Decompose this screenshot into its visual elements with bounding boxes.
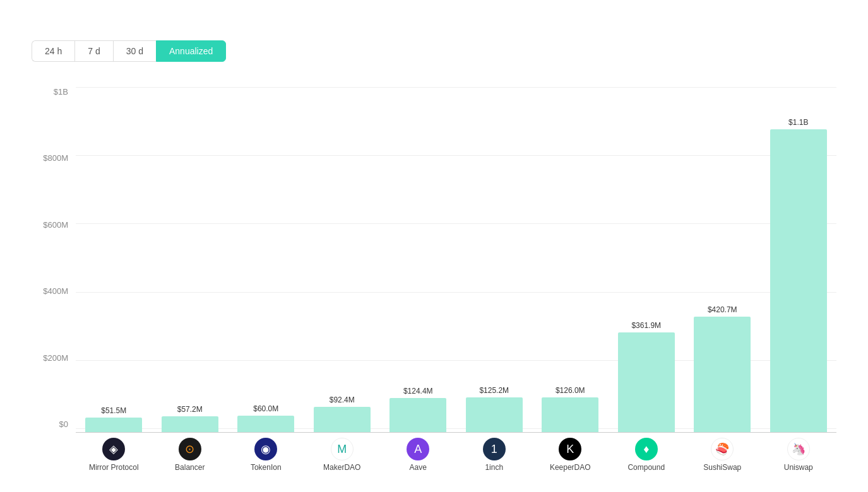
x-label-7: ♦Compound [609,433,685,473]
x-label-9: 🦄Uniswap [761,433,837,473]
icon-mirror: ◈ [102,438,125,460]
icon-uniswap: 🦄 [787,438,810,460]
bar-value-7: $361.9M [631,321,661,330]
bar-value-8: $420.7M [708,305,737,314]
bar-rect-9 [770,129,827,432]
bar-value-2: $60.0M [253,404,278,413]
tab-bar: 24 h7 d30 dAnnualized [32,40,836,62]
icon-makerdao: M [331,438,354,460]
bar-group-9[interactable]: $1.1B [761,87,837,432]
x-label-text-0: Mirror Protocol [89,463,139,473]
bar-group-7[interactable]: $361.9M [609,87,685,432]
x-label-text-4: Aave [410,463,427,473]
x-label-6: KKeeperDAO [532,433,609,473]
x-label-text-7: Compound [627,463,665,473]
x-label-5: 11inch [456,433,533,473]
x-label-text-9: Uniswap [784,463,813,473]
bar-value-9: $1.1B [788,118,808,127]
y-label-4: $200M [43,353,68,363]
chart-body: $51.5M$57.2M$60.0M$92.4M$124.4M$125.2M$1… [76,81,836,479]
x-label-3: MMakerDAO [304,433,381,473]
bar-group-5[interactable]: $125.2M [456,87,533,432]
y-label-3: $400M [43,286,68,296]
y-label-0: $1B [54,87,68,97]
tab-24-h[interactable]: 24 h [32,40,74,62]
x-label-text-2: TokenIon [251,463,282,473]
bar-value-3: $92.4M [330,395,355,404]
bar-rect-2 [237,416,294,432]
bar-value-0: $51.5M [101,406,126,415]
x-label-text-3: MakerDAO [323,463,360,473]
bar-rect-4 [389,398,446,432]
y-label-5: $0 [59,419,68,429]
bar-group-0[interactable]: $51.5M [76,87,152,432]
icon-sushiswap: 🍣 [711,438,734,460]
bar-rect-6 [542,397,598,432]
x-label-text-1: Balancer [175,463,205,473]
bar-group-2[interactable]: $60.0M [228,87,304,432]
bar-value-1: $57.2M [177,405,203,414]
y-label-2: $600M [43,220,68,230]
x-axis: ◈Mirror Protocol⊙Balancer◉TokenIonMMaker… [76,433,836,479]
y-axis: $1B$800M$600M$400M$200M$0 [32,81,76,479]
chart-area: $1B$800M$600M$400M$200M$0 $51.5M$57.2M$6… [32,81,836,479]
x-label-2: ◉TokenIon [228,433,304,473]
bar-rect-1 [162,416,218,432]
x-label-text-6: KeeperDAO [550,463,591,473]
bar-value-6: $126.0M [556,386,585,395]
page-container: 24 h7 d30 dAnnualized $1B$800M$600M$400M… [0,0,868,492]
x-label-4: AAave [380,433,456,473]
y-label-1: $800M [43,153,68,163]
x-label-text-5: 1inch [485,463,503,473]
tab-annualized[interactable]: Annualized [156,40,226,62]
icon-tokenlon: ◉ [254,438,277,460]
x-label-8: 🍣SushiSwap [684,433,761,473]
bar-group-4[interactable]: $124.4M [380,87,456,432]
icon-aave: A [407,438,429,460]
bars-container: $51.5M$57.2M$60.0M$92.4M$124.4M$125.2M$1… [76,81,836,432]
bar-value-4: $124.4M [403,387,433,395]
bar-value-5: $125.2M [479,386,509,395]
bar-rect-3 [314,407,371,432]
x-label-1: ⊙Balancer [152,433,229,473]
icon-1inch: 1 [483,438,506,460]
bar-rect-8 [694,317,751,432]
bar-group-6[interactable]: $126.0M [532,87,609,432]
icon-compound: ♦ [635,438,658,460]
bar-rect-7 [618,332,675,432]
x-label-text-8: SushiSwap [703,463,741,473]
icon-balancer: ⊙ [179,438,201,460]
bar-group-3[interactable]: $92.4M [304,87,381,432]
tab-7-d[interactable]: 7 d [74,40,112,62]
bar-group-8[interactable]: $420.7M [684,87,761,432]
icon-keeperdao: K [559,438,581,460]
bar-rect-0 [85,418,142,432]
tab-30-d[interactable]: 30 d [113,40,156,62]
bar-group-1[interactable]: $57.2M [152,87,229,432]
x-label-0: ◈Mirror Protocol [76,433,152,473]
bar-rect-5 [466,397,523,432]
